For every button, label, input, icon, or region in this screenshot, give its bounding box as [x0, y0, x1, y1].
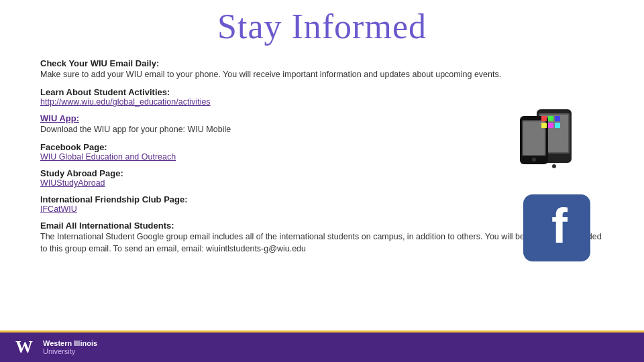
page-title: Stay Informed — [0, 0, 644, 53]
section-study-abroad: Study Abroad Page: WIUStudyAbroad — [40, 168, 604, 188]
footer-w-letter: W — [15, 337, 33, 357]
section-ifc: International Friendship Club Page: IFCa… — [40, 194, 604, 214]
ifc-link[interactable]: IFCatWIU — [40, 204, 604, 214]
section-email-intl: Email All International Students: The In… — [40, 221, 604, 255]
study-abroad-link[interactable]: WIUStudyAbroad — [40, 178, 604, 188]
footer-logo: W — [13, 337, 35, 358]
svg-rect-10 — [555, 116, 560, 121]
wiu-app-label: WIU App: — [40, 113, 79, 123]
section-title-email-daily: Check Your WIU Email Daily: — [40, 58, 604, 68]
svg-rect-12 — [548, 123, 553, 128]
section-title-email-intl: Email All International Students: — [40, 221, 604, 231]
section-body-email-daily: Make sure to add your WIU email to your … — [40, 68, 604, 80]
svg-rect-9 — [548, 116, 553, 121]
svg-point-7 — [552, 164, 556, 168]
footer-university-type: University — [43, 347, 97, 355]
section-email-daily: Check Your WIU Email Daily: Make sure to… — [40, 58, 604, 80]
footer-university-name: Western Illinois — [43, 339, 97, 347]
svg-rect-8 — [541, 116, 547, 121]
footer: W Western Illinois University — [0, 333, 644, 362]
facebook-image: f — [523, 194, 590, 261]
svg-point-6 — [532, 158, 536, 162]
svg-rect-11 — [541, 123, 547, 128]
page-container: Stay Informed Check Your WIU Email Daily… — [0, 0, 644, 362]
footer-text-block: Western Illinois University — [43, 339, 97, 355]
phone-image — [517, 104, 590, 171]
svg-rect-13 — [555, 123, 560, 128]
facebook-f-icon: f — [551, 202, 568, 250]
section-title-student-activities: Learn About Student Activities: — [40, 87, 604, 97]
section-body-email-intl: The International Student Google group e… — [40, 231, 604, 255]
section-title-ifc: International Friendship Club Page: — [40, 194, 604, 204]
